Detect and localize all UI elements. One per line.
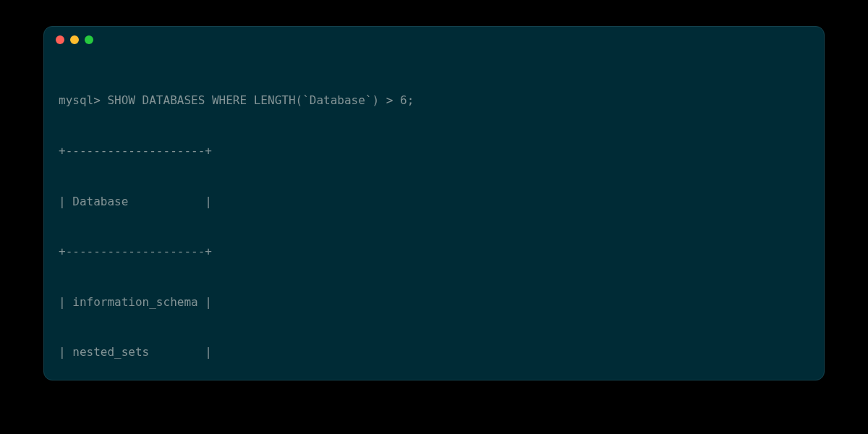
minimize-icon[interactable] xyxy=(70,35,79,44)
close-icon[interactable] xyxy=(56,35,64,44)
maximize-icon[interactable] xyxy=(85,35,93,44)
table-border-mid: +--------------------+ xyxy=(59,243,809,260)
table-row: | information_schema | xyxy=(59,294,809,310)
command-line: mysql> SHOW DATABASES WHERE LENGTH(`Data… xyxy=(59,92,809,109)
window-titlebar xyxy=(44,27,824,53)
command-text: SHOW DATABASES WHERE LENGTH(`Database`) … xyxy=(107,93,414,107)
table-header-row: | Database | xyxy=(59,193,809,210)
table-row: | nested_sets | xyxy=(59,344,809,360)
terminal-output[interactable]: mysql> SHOW DATABASES WHERE LENGTH(`Data… xyxy=(44,53,824,380)
table-border-top: +--------------------+ xyxy=(59,142,809,159)
prompt: mysql> xyxy=(59,93,107,107)
terminal-window: mysql> SHOW DATABASES WHERE LENGTH(`Data… xyxy=(43,26,825,380)
